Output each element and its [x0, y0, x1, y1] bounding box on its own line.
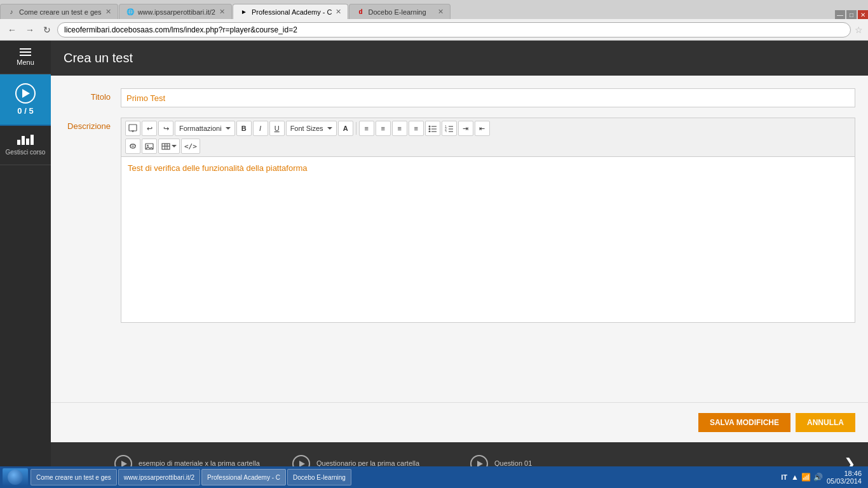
svg-text:3.: 3. [445, 130, 447, 132]
align-center-button[interactable]: ≡ [376, 121, 391, 136]
formattazioni-chevron [226, 127, 231, 130]
underline-button[interactable]: U [269, 121, 285, 136]
svg-point-17 [147, 144, 148, 146]
language-indicator: IT [781, 473, 787, 481]
tab-1-title: Come creare un test e ges [19, 8, 102, 16]
ordered-list-icon: 1.2.3. [445, 125, 454, 132]
title-input[interactable] [121, 88, 855, 107]
table-icon [161, 143, 170, 150]
tab-3-favicon: ► [240, 8, 248, 17]
forward-button[interactable]: → [23, 24, 37, 36]
tray-clock[interactable]: 18:46 05/03/2014 [827, 470, 862, 485]
maximize-button[interactable]: □ [846, 10, 857, 19]
tab-1[interactable]: ♪ Come creare un test e ges ✕ [0, 4, 118, 19]
description-label: Descrizione [64, 118, 121, 131]
tab-3-title: Professional Academy - C [252, 8, 332, 16]
tab-3-close[interactable]: ✕ [336, 8, 341, 16]
unordered-list-button[interactable] [425, 121, 440, 136]
tab-2-close[interactable]: ✕ [219, 8, 225, 16]
sidebar-play-button[interactable]: 0 / 5 [0, 74, 51, 126]
back-button[interactable]: ← [5, 24, 19, 36]
editor-content[interactable]: Test di verifica delle funzionalità dell… [121, 157, 855, 322]
menu-label: Menu [17, 58, 34, 66]
start-orb [8, 470, 23, 485]
page-title: Crea un test [64, 51, 855, 65]
manage-course-label: Gestisci corso [6, 149, 46, 156]
font-sizes-dropdown[interactable]: Font Sizes [286, 121, 337, 136]
sidebar-menu-button[interactable]: Menu [0, 41, 51, 74]
table-dropdown-chevron [172, 145, 177, 147]
app-container: Menu 0 / 5 Gestisci corso Crea un test [0, 41, 868, 485]
sidebar: Menu 0 / 5 Gestisci corso [0, 41, 51, 485]
align-right-button[interactable]: ≡ [392, 121, 407, 136]
tray-time-display: 18:46 [827, 470, 862, 477]
toolbar-row-2: </> [125, 139, 851, 154]
tray-icons: ▲ 📶 🔊 [791, 473, 823, 482]
bold-button[interactable]: B [236, 121, 252, 136]
taskbar-items: Come creare un test e ges www.ipssarpero… [31, 469, 777, 485]
taskbar-item-3[interactable]: Professional Academy - C [201, 469, 286, 485]
form-container: Titolo Descrizione ↩ ↪ [51, 76, 868, 402]
buttons-row: SALVA MODIFICHE ANNULLA [51, 402, 868, 442]
ordered-list-button[interactable]: 1.2.3. [442, 121, 457, 136]
formattazioni-dropdown[interactable]: Formattazioni [175, 121, 235, 136]
unordered-list-icon [428, 125, 437, 132]
align-justify-button[interactable]: ≡ [409, 121, 424, 136]
source-button[interactable]: </> [181, 139, 200, 154]
bar-chart-icon [17, 135, 34, 145]
tab-2[interactable]: 🌐 www.ipssarperottibari.it/2 ✕ [119, 4, 232, 19]
svg-rect-0 [129, 125, 137, 131]
align-left-button[interactable]: ≡ [359, 121, 374, 136]
content-header: Crea un test [51, 41, 868, 76]
hamburger-icon [20, 48, 31, 56]
play-triangle-icon [22, 89, 30, 98]
italic-button[interactable]: I [253, 121, 268, 136]
svg-point-3 [428, 126, 430, 128]
outdent-button[interactable]: ⇤ [475, 121, 490, 136]
tab-2-title: www.ipssarperottibari.it/2 [138, 8, 215, 16]
tab-1-close[interactable]: ✕ [105, 8, 111, 16]
cancel-button[interactable]: ANNULLA [796, 413, 855, 432]
title-row: Titolo [64, 88, 855, 107]
svg-point-5 [428, 128, 430, 130]
tab-bar: ♪ Come creare un test e ges ✕ 🌐 www.ipss… [0, 0, 868, 19]
link-button[interactable] [125, 139, 140, 154]
tab-3[interactable]: ► Professional Academy - C ✕ [233, 4, 349, 19]
taskbar-tray: IT ▲ 📶 🔊 18:46 05/03/2014 [777, 470, 865, 485]
editor-wrapper: ↩ ↪ Formattazioni B I U Font Sizes [121, 118, 855, 323]
redo-button[interactable]: ↪ [158, 121, 173, 136]
tab-1-favicon: ♪ [7, 8, 16, 17]
taskbar-item-1-label: Come creare un test e ges [36, 474, 111, 481]
address-input[interactable] [57, 22, 851, 37]
taskbar-item-4-label: Docebo E-learning [293, 474, 346, 481]
tray-up-arrow[interactable]: ▲ [791, 473, 799, 482]
clear-format-icon [128, 124, 137, 133]
editor-toolbar: ↩ ↪ Formattazioni B I U Font Sizes [121, 118, 855, 157]
taskbar-item-4[interactable]: Docebo E-learning [287, 469, 351, 485]
taskbar-item-1[interactable]: Come creare un test e ges [31, 469, 117, 485]
clear-format-button[interactable] [125, 121, 140, 136]
window-controls: — □ ✕ [835, 10, 868, 19]
tab-4-close[interactable]: ✕ [438, 8, 444, 16]
reload-button[interactable]: ↻ [41, 24, 53, 36]
taskbar-item-2[interactable]: www.ipssarperottibari.it/2 [118, 469, 200, 485]
tab-4[interactable]: d Docebo E-learning ✕ [349, 4, 451, 19]
tab-4-title: Docebo E-learning [368, 8, 434, 16]
save-button[interactable]: SALVA MODIFICHE [698, 413, 790, 432]
tray-network-icon: 📶 [801, 473, 811, 482]
sidebar-stats-button[interactable]: Gestisci corso [0, 126, 51, 165]
undo-button[interactable]: ↩ [142, 121, 157, 136]
taskbar: Come creare un test e ges www.ipssarpero… [0, 466, 868, 488]
tray-volume-icon: 🔊 [813, 473, 823, 482]
close-button[interactable]: ✕ [858, 10, 868, 19]
font-color-button[interactable]: A [338, 121, 353, 136]
image-button[interactable] [142, 139, 157, 154]
indent-button[interactable]: ⇥ [458, 121, 473, 136]
font-sizes-chevron [327, 127, 332, 130]
minimize-button[interactable]: — [835, 10, 845, 19]
main-content: Crea un test Titolo Descrizione [51, 41, 868, 485]
start-button[interactable] [3, 468, 28, 486]
bookmark-star[interactable]: ☆ [855, 25, 863, 35]
table-button[interactable] [158, 139, 180, 154]
play-circle-icon [15, 83, 36, 104]
